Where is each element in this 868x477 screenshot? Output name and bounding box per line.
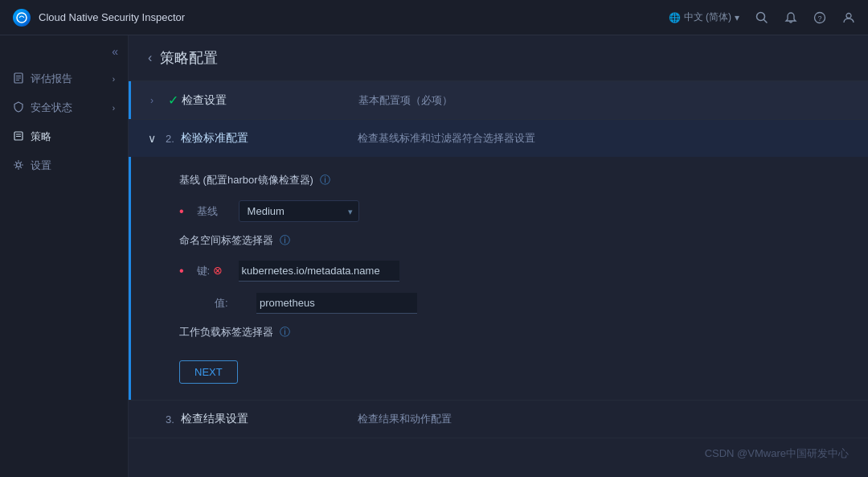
key-required-indicator: • — [179, 264, 184, 278]
key-form-row: • 键: ⊗ — [179, 261, 836, 282]
app-icon — [13, 9, 31, 27]
back-button[interactable]: ‹ — [148, 51, 152, 65]
sidebar-item-security-label: 安全状态 — [31, 101, 72, 115]
sidebar-collapse-button[interactable]: « — [112, 45, 118, 58]
sidebar: « 评估报告 › 安全状态 › — [0, 35, 129, 477]
sidebar-item-settings-label: 设置 — [31, 158, 51, 173]
section-3-header[interactable]: 3. 检查结果设置 检查结果和动作配置 — [129, 401, 868, 438]
svg-line-2 — [764, 19, 768, 23]
policy-icon — [13, 130, 24, 144]
app-title: Cloud Native Security Inspector — [39, 11, 185, 23]
section3-desc: 检查结果和动作配置 — [358, 412, 452, 426]
notification-icon[interactable] — [784, 11, 797, 24]
help-icon[interactable]: ? — [813, 11, 826, 24]
section-2-body: 基线 (配置harbor镜像检查器) ⓘ • 基线 Medium Low Hig… — [129, 157, 868, 400]
svg-point-5 — [846, 13, 851, 18]
globe-icon: 🌐 — [669, 12, 681, 23]
key-error-icon: ⊗ — [213, 264, 223, 277]
sidebar-item-settings[interactable]: 设置 — [0, 151, 128, 180]
search-icon[interactable] — [755, 11, 768, 24]
section3-title: 检查结果设置 — [181, 412, 309, 426]
sidebar-item-policy-label: 策略 — [31, 130, 51, 144]
baseline-info-icon[interactable]: ⓘ — [320, 173, 330, 187]
baseline-subsection-title: 基线 (配置harbor镜像检查器) ⓘ — [179, 173, 836, 187]
page-title: 策略配置 — [160, 48, 218, 68]
lang-chevron-icon: ▾ — [735, 12, 739, 23]
watermark: CSDN @VMware中国研发中心 — [705, 446, 849, 461]
workload-title-label: 工作负载标签选择器 — [179, 325, 273, 339]
section2-title: 检验标准配置 — [181, 131, 309, 146]
sidebar-item-assessment-label: 评估报告 — [31, 72, 72, 86]
baseline-required-indicator: • — [179, 204, 184, 219]
app-header: Cloud Native Security Inspector 🌐 中文 (简体… — [0, 0, 868, 35]
section2-number: 2. — [166, 133, 174, 145]
svg-text:?: ? — [817, 14, 821, 23]
assessment-icon — [13, 72, 24, 86]
next-button[interactable]: NEXT — [179, 360, 238, 384]
section-1: › ✓ 检查设置 基本配置项（必项） — [129, 81, 868, 120]
header-right: 🌐 中文 (简体) ▾ ? — [669, 10, 855, 24]
header-left: Cloud Native Security Inspector — [13, 9, 185, 27]
assessment-chevron-icon: › — [113, 75, 115, 84]
section2-chevron-icon: ∨ — [148, 132, 158, 145]
namespace-title-label: 命名空间标签选择器 — [179, 233, 273, 248]
svg-point-0 — [17, 13, 27, 23]
section-3: 3. 检查结果设置 检查结果和动作配置 — [129, 401, 868, 438]
section2-desc: 检查基线标准和过滤器符合选择器设置 — [358, 131, 535, 146]
section-2-header[interactable]: ∨ 2. 检验标准配置 检查基线标准和过滤器符合选择器设置 — [129, 120, 868, 157]
main-content: ‹ 策略配置 › ✓ 检查设置 基本配置项（必项） ∨ 2. 检验标准配置 检查… — [129, 35, 868, 477]
section3-number: 3. — [166, 413, 174, 426]
baseline-title-label: 基线 (配置harbor镜像检查器) — [179, 173, 313, 187]
key-input[interactable] — [239, 261, 399, 282]
namespace-info-icon[interactable]: ⓘ — [280, 233, 290, 248]
settings-icon — [13, 159, 24, 173]
user-icon[interactable] — [842, 11, 855, 24]
baseline-select[interactable]: Medium Low High — [239, 200, 359, 222]
section1-chevron-icon: › — [150, 95, 160, 106]
value-label: 值: — [215, 296, 247, 310]
section-2: ∨ 2. 检验标准配置 检查基线标准和过滤器符合选择器设置 基线 (配置harb… — [129, 120, 868, 401]
language-selector[interactable]: 🌐 中文 (简体) ▾ — [669, 10, 739, 24]
main-layout: « 评估报告 › 安全状态 › — [0, 35, 868, 477]
security-chevron-icon: › — [113, 104, 115, 113]
workload-info-icon[interactable]: ⓘ — [280, 325, 290, 339]
check-circle-icon: ✓ — [168, 93, 178, 108]
value-form-row: 值: — [179, 293, 836, 314]
sidebar-item-policy[interactable]: 策略 — [0, 122, 128, 151]
page-header: ‹ 策略配置 — [129, 35, 868, 81]
workload-subsection-title: 工作负载标签选择器 ⓘ — [179, 325, 836, 339]
value-input[interactable] — [256, 293, 417, 314]
language-label: 中文 (简体) — [684, 10, 731, 24]
baseline-select-wrapper: Medium Low High — [239, 200, 359, 222]
namespace-subsection-title: 命名空间标签选择器 ⓘ — [179, 233, 836, 248]
key-label: 键: ⊗ — [197, 264, 229, 278]
sidebar-item-security[interactable]: 安全状态 › — [0, 93, 128, 122]
section1-desc: 基本配置项（必项） — [358, 93, 452, 108]
section1-title: 检查设置 — [182, 93, 310, 108]
sidebar-item-assessment[interactable]: 评估报告 › — [0, 64, 128, 93]
baseline-form-row: • 基线 Medium Low High — [179, 200, 836, 222]
section-1-header[interactable]: › ✓ 检查设置 基本配置项（必项） — [129, 81, 868, 119]
svg-point-13 — [17, 162, 21, 167]
baseline-label: 基线 — [197, 204, 229, 219]
security-icon — [13, 101, 24, 115]
